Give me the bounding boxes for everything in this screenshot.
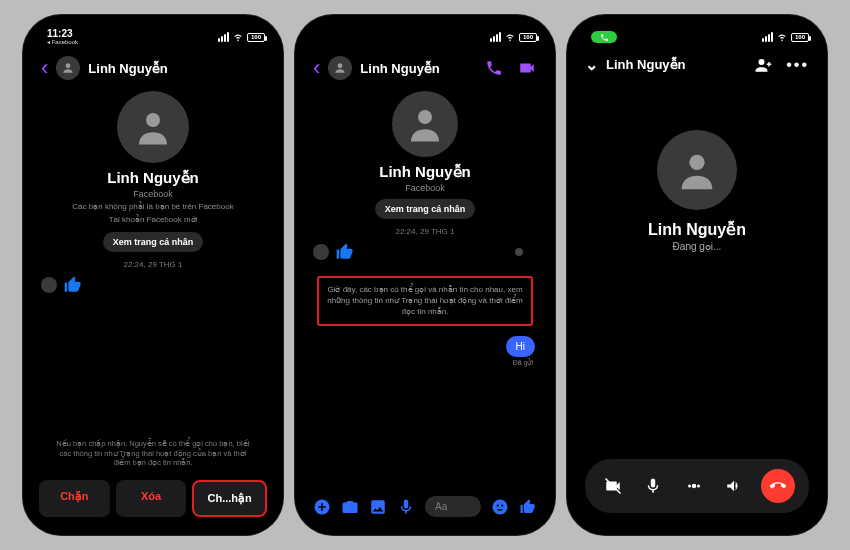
- header-name[interactable]: Linh Nguyễn: [360, 61, 440, 76]
- phone-request: 11:23 ◂ Facebook 100 ‹ Linh Nguyễn Linh …: [23, 15, 283, 535]
- emoji-icon[interactable]: [491, 498, 509, 516]
- battery-icon: 100: [519, 33, 537, 42]
- header-name[interactable]: Linh Nguyễn: [88, 61, 168, 76]
- minimize-button[interactable]: ⌄: [585, 55, 598, 74]
- call-controls: [585, 459, 809, 513]
- accept-warning-text: Nếu bạn chấp nhận, Nguyễn sẽ có thể gọi …: [31, 439, 275, 468]
- battery-level: 100: [251, 34, 261, 40]
- profile-name: Linh Nguyễn: [323, 163, 527, 181]
- sender-avatar[interactable]: [41, 277, 57, 293]
- call-status-text: Đang gọi...: [673, 241, 722, 252]
- conversation-timestamp: 22:24, 29 THG 1: [51, 260, 255, 269]
- battery-level: 100: [795, 34, 805, 40]
- svg-point-2: [338, 63, 343, 68]
- thumbs-up-icon[interactable]: [519, 498, 537, 516]
- svg-point-0: [66, 63, 71, 68]
- audio-call-icon[interactable]: [485, 59, 503, 77]
- call-avatar: [657, 130, 737, 210]
- video-call-icon[interactable]: [517, 59, 537, 77]
- message-composer: Aa: [303, 488, 547, 527]
- video-toggle-button[interactable]: [599, 472, 627, 500]
- signal-icon: [218, 32, 229, 42]
- svg-point-5: [493, 499, 508, 514]
- svg-point-6: [497, 504, 499, 506]
- profile-name: Linh Nguyễn: [51, 169, 255, 187]
- wifi-icon: [776, 32, 788, 42]
- svg-point-3: [418, 110, 432, 124]
- profile-platform: Facebook: [323, 183, 527, 193]
- view-profile-button[interactable]: Xem trang cá nhân: [375, 199, 476, 219]
- battery-icon: 100: [791, 33, 809, 42]
- delivery-status: Đã gửi: [303, 359, 547, 367]
- header-avatar[interactable]: [56, 56, 80, 80]
- mute-button[interactable]: [639, 472, 667, 500]
- profile-avatar[interactable]: [392, 91, 458, 157]
- signal-icon: [762, 32, 773, 42]
- read-indicator: [515, 248, 523, 256]
- block-button[interactable]: Chặn: [39, 480, 110, 517]
- thumbs-up-sticker[interactable]: [63, 275, 83, 295]
- screen: 100 ⌄ Linh Nguyễn ••• Linh Nguyễn Đang g…: [575, 23, 819, 527]
- sender-avatar[interactable]: [313, 244, 329, 260]
- call-body: Linh Nguyễn Đang gọi...: [575, 80, 819, 527]
- call-header-name: Linh Nguyễn: [606, 57, 686, 72]
- back-button[interactable]: ‹: [41, 55, 48, 81]
- header-avatar[interactable]: [328, 56, 352, 80]
- more-actions-icon[interactable]: [313, 498, 331, 516]
- call-header: ⌄ Linh Nguyễn •••: [575, 51, 819, 80]
- friend-status-note: Các bạn không phải là bạn bè trên Facebo…: [51, 202, 255, 212]
- svg-point-8: [759, 59, 765, 65]
- delete-button[interactable]: Xóa: [116, 480, 187, 517]
- more-options-icon[interactable]: •••: [786, 56, 809, 74]
- microphone-icon[interactable]: [397, 498, 415, 516]
- chat-header: ‹ Linh Nguyễn: [303, 51, 547, 87]
- battery-icon: 100: [247, 33, 265, 42]
- camera-icon[interactable]: [341, 498, 359, 516]
- wifi-icon: [504, 32, 516, 42]
- chat-header: ‹ Linh Nguyễn: [31, 51, 275, 87]
- notch: [370, 23, 480, 43]
- request-actions: Chặn Xóa Ch...hận: [31, 474, 275, 527]
- message-row: [303, 236, 547, 268]
- view-profile-button[interactable]: Xem trang cá nhân: [103, 232, 204, 252]
- back-button[interactable]: ‹: [313, 55, 320, 81]
- end-call-button[interactable]: [761, 469, 795, 503]
- profile-avatar[interactable]: [117, 91, 189, 163]
- profile-block: Linh Nguyễn Facebook Xem trang cá nhân 2…: [303, 87, 547, 236]
- add-person-icon[interactable]: [754, 56, 772, 74]
- svg-point-7: [501, 504, 503, 506]
- effects-button[interactable]: [680, 472, 708, 500]
- svg-point-9: [689, 155, 704, 170]
- message-row: [31, 269, 275, 301]
- thumbs-up-sticker[interactable]: [335, 242, 355, 262]
- call-recipient-name: Linh Nguyễn: [648, 220, 746, 239]
- active-call-pill[interactable]: [591, 31, 617, 43]
- battery-level: 100: [523, 34, 533, 40]
- profile-block: Linh Nguyễn Facebook Các bạn không phải …: [31, 87, 275, 269]
- status-time: 11:23: [47, 29, 78, 39]
- phone-call: 100 ⌄ Linh Nguyễn ••• Linh Nguyễn Đang g…: [567, 15, 827, 535]
- wifi-icon: [232, 32, 244, 42]
- gallery-icon[interactable]: [369, 498, 387, 516]
- profile-platform: Facebook: [51, 189, 255, 199]
- phone-chat: 100 ‹ Linh Nguyễn Linh Nguyễn Facebook X…: [295, 15, 555, 535]
- account-status-note: Tài khoản Facebook mới: [51, 215, 255, 225]
- status-return-app[interactable]: ◂ Facebook: [47, 39, 78, 45]
- signal-icon: [490, 32, 501, 42]
- conversation-timestamp: 22:24, 29 THG 1: [323, 227, 527, 236]
- message-input[interactable]: Aa: [425, 496, 481, 517]
- system-notice: Giờ đây, các bạn có thể gọi và nhắn tin …: [303, 268, 547, 334]
- message-bubble-out[interactable]: Hi: [506, 336, 535, 357]
- screen: 11:23 ◂ Facebook 100 ‹ Linh Nguyễn Linh …: [31, 23, 275, 527]
- connection-notice-text: Giờ đây, các bạn có thể gọi và nhắn tin …: [317, 276, 533, 326]
- notch: [98, 23, 208, 43]
- speaker-button[interactable]: [720, 472, 748, 500]
- sent-message-row: Hi: [303, 334, 547, 359]
- svg-point-1: [146, 113, 160, 127]
- notch: [642, 23, 752, 43]
- accept-button[interactable]: Ch...hận: [192, 480, 267, 517]
- screen: 100 ‹ Linh Nguyễn Linh Nguyễn Facebook X…: [303, 23, 547, 527]
